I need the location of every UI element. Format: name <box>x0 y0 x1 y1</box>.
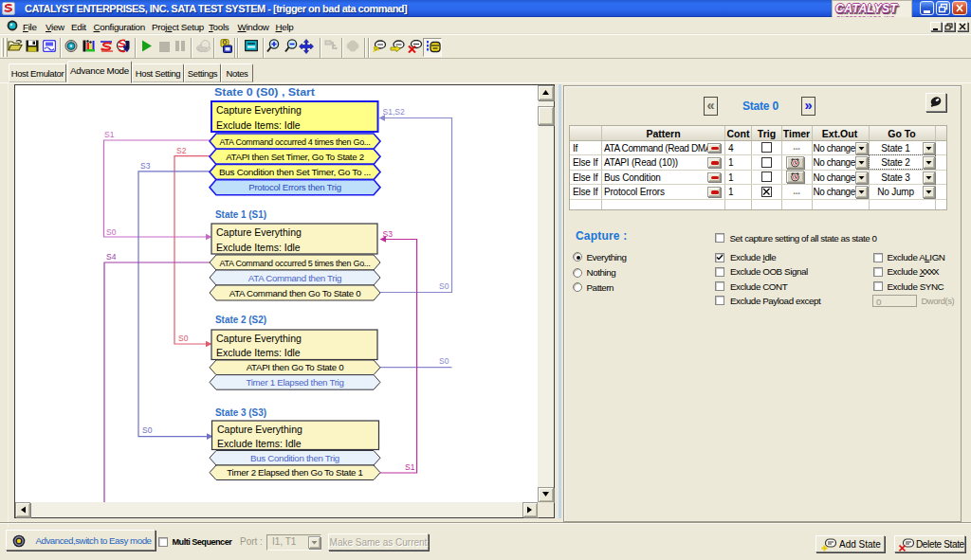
svg-text:S0: S0 <box>439 356 449 366</box>
svg-text:ATAPI then Go To State 0: ATAPI then Go To State 0 <box>247 362 345 372</box>
svg-text:State 2 (S2): State 2 (S2) <box>215 314 266 325</box>
svg-text:State 0 (S0) , Start: State 0 (S0) , Start <box>214 86 316 98</box>
svg-text:Protocol Errors then Trig: Protocol Errors then Trig <box>248 182 341 192</box>
svg-text:ATAPI then Set Timer, Go To St: ATAPI then Set Timer, Go To State 2 <box>226 152 364 162</box>
svg-text:Capture Everything: Capture Everything <box>216 333 302 344</box>
svg-text:S3: S3 <box>140 161 151 171</box>
svg-text:S0: S0 <box>142 425 153 435</box>
svg-text:S1: S1 <box>104 130 115 139</box>
svg-text:Exclude Items: Idle: Exclude Items: Idle <box>216 347 301 358</box>
svg-text:Bus Condition then Trig: Bus Condition then Trig <box>250 453 339 463</box>
svg-text:ATA Command occurred 5 times t: ATA Command occurred 5 times then Go... <box>220 258 371 268</box>
svg-text:S2: S2 <box>176 146 187 155</box>
svg-text:Timer 2 Elapsed then Go To Sta: Timer 2 Elapsed then Go To State 1 <box>227 467 362 478</box>
svg-text:S0: S0 <box>439 281 449 291</box>
svg-text:ATA Command occurred 4 times t: ATA Command occurred 4 times then Go... <box>220 136 371 147</box>
svg-text:State 3 (S3): State 3 (S3) <box>215 406 266 418</box>
svg-text:Timer 1 Elapsed then Trig: Timer 1 Elapsed then Trig <box>246 377 343 388</box>
svg-text:S0: S0 <box>178 334 189 343</box>
svg-text:Exclude Items: Idle: Exclude Items: Idle <box>216 119 301 131</box>
svg-text:Exclude Items: Idle: Exclude Items: Idle <box>216 242 301 253</box>
svg-text:Exclude Items: Idle: Exclude Items: Idle <box>217 438 302 449</box>
svg-text:Capture Everything: Capture Everything <box>216 104 302 116</box>
svg-text:ATA Command then Trig: ATA Command then Trig <box>248 273 341 283</box>
svg-text:Bus Condition then Set Timer,: Bus Condition then Set Timer, Go To ... <box>219 167 371 177</box>
svg-text:State 1 (S1): State 1 (S1) <box>215 208 266 220</box>
svg-text:Capture Everything: Capture Everything <box>216 226 302 238</box>
svg-text:S0: S0 <box>106 227 117 237</box>
svg-text:Capture Everything: Capture Everything <box>217 424 302 435</box>
svg-text:S4: S4 <box>106 252 117 262</box>
svg-text:ATA Command then Go To State 0: ATA Command then Go To State 0 <box>229 288 361 298</box>
svg-text:S1,S2: S1,S2 <box>383 107 405 117</box>
svg-text:S1: S1 <box>405 462 415 472</box>
svg-text:S3: S3 <box>383 229 394 239</box>
